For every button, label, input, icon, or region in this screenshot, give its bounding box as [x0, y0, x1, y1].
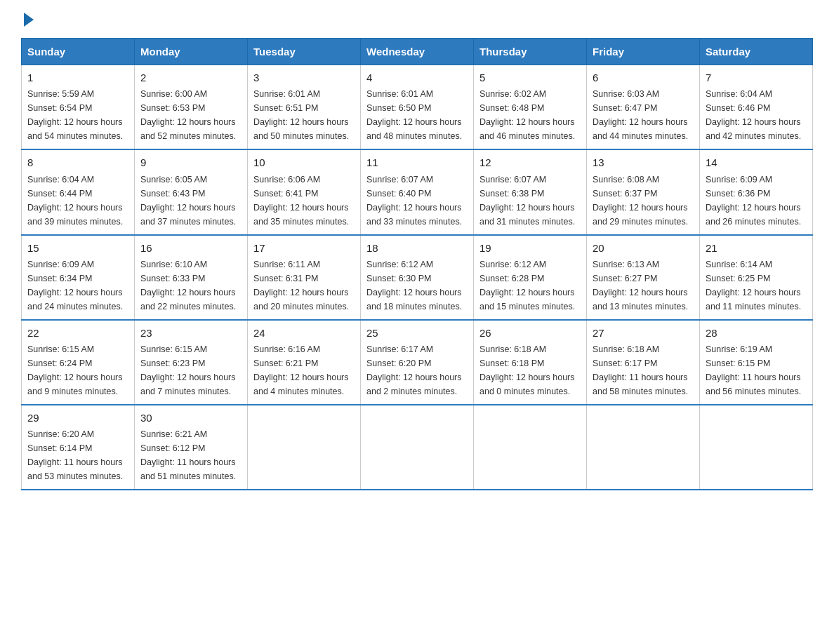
day-number: 19: [479, 240, 581, 256]
day-number: 5: [479, 69, 581, 86]
day-number: 18: [366, 240, 468, 256]
day-number: 11: [366, 154, 468, 170]
week-row-5: 29 Sunrise: 6:20 AMSunset: 6:14 PMDaylig…: [22, 405, 813, 490]
calendar-cell: 9 Sunrise: 6:05 AMSunset: 6:43 PMDayligh…: [135, 149, 248, 234]
day-number: 3: [253, 69, 355, 86]
calendar-cell: 6 Sunrise: 6:03 AMSunset: 6:47 PMDayligh…: [587, 65, 700, 150]
calendar-cell: 5 Sunrise: 6:02 AMSunset: 6:48 PMDayligh…: [474, 65, 587, 150]
day-info: Sunrise: 6:01 AMSunset: 6:50 PMDaylight:…: [366, 87, 468, 143]
day-info: Sunrise: 5:59 AMSunset: 6:54 PMDaylight:…: [27, 87, 128, 143]
day-info: Sunrise: 6:07 AMSunset: 6:40 PMDaylight:…: [366, 173, 468, 229]
day-info: Sunrise: 6:12 AMSunset: 6:28 PMDaylight:…: [479, 257, 581, 314]
weekday-header-tuesday: Tuesday: [248, 39, 361, 65]
day-info: Sunrise: 6:02 AMSunset: 6:48 PMDaylight:…: [479, 87, 581, 143]
calendar-cell: 22 Sunrise: 6:15 AMSunset: 6:24 PMDaylig…: [22, 320, 135, 405]
calendar-cell: [700, 405, 813, 490]
day-info: Sunrise: 6:13 AMSunset: 6:27 PMDaylight:…: [593, 257, 694, 314]
day-info: Sunrise: 6:09 AMSunset: 6:34 PMDaylight:…: [27, 257, 128, 314]
calendar-cell: 28 Sunrise: 6:19 AMSunset: 6:15 PMDaylig…: [700, 320, 813, 405]
calendar-table: SundayMondayTuesdayWednesdayThursdayFrid…: [21, 38, 813, 490]
day-info: Sunrise: 6:07 AMSunset: 6:38 PMDaylight:…: [479, 173, 581, 229]
day-info: Sunrise: 6:20 AMSunset: 6:14 PMDaylight:…: [27, 427, 128, 483]
calendar-cell: 2 Sunrise: 6:00 AMSunset: 6:53 PMDayligh…: [135, 65, 248, 150]
day-number: 4: [366, 69, 468, 86]
day-number: 24: [253, 325, 355, 341]
day-info: Sunrise: 6:00 AMSunset: 6:53 PMDaylight:…: [140, 87, 241, 143]
calendar-cell: 16 Sunrise: 6:10 AMSunset: 6:33 PMDaylig…: [135, 235, 248, 320]
calendar-cell: [248, 405, 361, 490]
day-number: 23: [140, 325, 241, 341]
day-number: 16: [140, 240, 241, 256]
calendar-cell: 13 Sunrise: 6:08 AMSunset: 6:37 PMDaylig…: [587, 149, 700, 234]
day-info: Sunrise: 6:21 AMSunset: 6:12 PMDaylight:…: [140, 427, 241, 483]
calendar-cell: 30 Sunrise: 6:21 AMSunset: 6:12 PMDaylig…: [135, 405, 248, 490]
weekday-header-row: SundayMondayTuesdayWednesdayThursdayFrid…: [22, 39, 813, 65]
page-header: [21, 14, 813, 24]
day-info: Sunrise: 6:18 AMSunset: 6:17 PMDaylight:…: [593, 342, 694, 398]
day-info: Sunrise: 6:04 AMSunset: 6:46 PMDaylight:…: [706, 87, 807, 143]
day-info: Sunrise: 6:17 AMSunset: 6:20 PMDaylight:…: [366, 342, 468, 398]
weekday-header-thursday: Thursday: [474, 39, 587, 65]
day-info: Sunrise: 6:09 AMSunset: 6:36 PMDaylight:…: [706, 173, 807, 229]
day-info: Sunrise: 6:05 AMSunset: 6:43 PMDaylight:…: [140, 173, 241, 229]
day-info: Sunrise: 6:01 AMSunset: 6:51 PMDaylight:…: [253, 87, 355, 143]
day-number: 29: [27, 410, 128, 426]
day-info: Sunrise: 6:08 AMSunset: 6:37 PMDaylight:…: [593, 173, 694, 229]
day-number: 6: [593, 69, 694, 86]
calendar-cell: 26 Sunrise: 6:18 AMSunset: 6:18 PMDaylig…: [474, 320, 587, 405]
weekday-header-friday: Friday: [587, 39, 700, 65]
day-info: Sunrise: 6:14 AMSunset: 6:25 PMDaylight:…: [706, 257, 807, 314]
day-info: Sunrise: 6:15 AMSunset: 6:24 PMDaylight:…: [27, 342, 128, 398]
calendar-cell: 7 Sunrise: 6:04 AMSunset: 6:46 PMDayligh…: [700, 65, 813, 150]
day-number: 2: [140, 69, 241, 86]
day-number: 7: [706, 69, 807, 86]
week-row-2: 8 Sunrise: 6:04 AMSunset: 6:44 PMDayligh…: [22, 149, 813, 234]
calendar-cell: 12 Sunrise: 6:07 AMSunset: 6:38 PMDaylig…: [474, 149, 587, 234]
day-number: 25: [366, 325, 468, 341]
day-number: 22: [27, 325, 128, 341]
day-info: Sunrise: 6:18 AMSunset: 6:18 PMDaylight:…: [479, 342, 581, 398]
day-info: Sunrise: 6:03 AMSunset: 6:47 PMDaylight:…: [593, 87, 694, 143]
day-number: 27: [593, 325, 694, 341]
calendar-cell: [361, 405, 474, 490]
day-number: 26: [479, 325, 581, 341]
day-number: 14: [706, 154, 807, 170]
calendar-cell: 11 Sunrise: 6:07 AMSunset: 6:40 PMDaylig…: [361, 149, 474, 234]
weekday-header-wednesday: Wednesday: [361, 39, 474, 65]
day-number: 1: [27, 69, 128, 86]
calendar-cell: 23 Sunrise: 6:15 AMSunset: 6:23 PMDaylig…: [135, 320, 248, 405]
calendar-cell: 21 Sunrise: 6:14 AMSunset: 6:25 PMDaylig…: [700, 235, 813, 320]
calendar-cell: 24 Sunrise: 6:16 AMSunset: 6:21 PMDaylig…: [248, 320, 361, 405]
calendar-cell: [474, 405, 587, 490]
calendar-cell: 4 Sunrise: 6:01 AMSunset: 6:50 PMDayligh…: [361, 65, 474, 150]
calendar-cell: 1 Sunrise: 5:59 AMSunset: 6:54 PMDayligh…: [22, 65, 135, 150]
calendar-cell: 27 Sunrise: 6:18 AMSunset: 6:17 PMDaylig…: [587, 320, 700, 405]
logo-triangle-icon: [24, 13, 34, 27]
weekday-header-monday: Monday: [135, 39, 248, 65]
day-number: 15: [27, 240, 128, 256]
day-info: Sunrise: 6:16 AMSunset: 6:21 PMDaylight:…: [253, 342, 355, 398]
weekday-header-saturday: Saturday: [700, 39, 813, 65]
day-info: Sunrise: 6:06 AMSunset: 6:41 PMDaylight:…: [253, 173, 355, 229]
calendar-cell: 25 Sunrise: 6:17 AMSunset: 6:20 PMDaylig…: [361, 320, 474, 405]
day-info: Sunrise: 6:12 AMSunset: 6:30 PMDaylight:…: [366, 257, 468, 314]
day-number: 8: [27, 154, 128, 170]
logo: [21, 14, 34, 24]
week-row-4: 22 Sunrise: 6:15 AMSunset: 6:24 PMDaylig…: [22, 320, 813, 405]
calendar-cell: 18 Sunrise: 6:12 AMSunset: 6:30 PMDaylig…: [361, 235, 474, 320]
calendar-cell: 3 Sunrise: 6:01 AMSunset: 6:51 PMDayligh…: [248, 65, 361, 150]
day-number: 30: [140, 410, 241, 426]
calendar-cell: 15 Sunrise: 6:09 AMSunset: 6:34 PMDaylig…: [22, 235, 135, 320]
day-info: Sunrise: 6:04 AMSunset: 6:44 PMDaylight:…: [27, 173, 128, 229]
calendar-cell: 29 Sunrise: 6:20 AMSunset: 6:14 PMDaylig…: [22, 405, 135, 490]
day-number: 9: [140, 154, 241, 170]
day-number: 13: [593, 154, 694, 170]
weekday-header-sunday: Sunday: [22, 39, 135, 65]
day-number: 12: [479, 154, 581, 170]
day-number: 17: [253, 240, 355, 256]
day-number: 21: [706, 240, 807, 256]
day-info: Sunrise: 6:11 AMSunset: 6:31 PMDaylight:…: [253, 257, 355, 314]
calendar-cell: 10 Sunrise: 6:06 AMSunset: 6:41 PMDaylig…: [248, 149, 361, 234]
calendar-cell: 19 Sunrise: 6:12 AMSunset: 6:28 PMDaylig…: [474, 235, 587, 320]
week-row-3: 15 Sunrise: 6:09 AMSunset: 6:34 PMDaylig…: [22, 235, 813, 320]
